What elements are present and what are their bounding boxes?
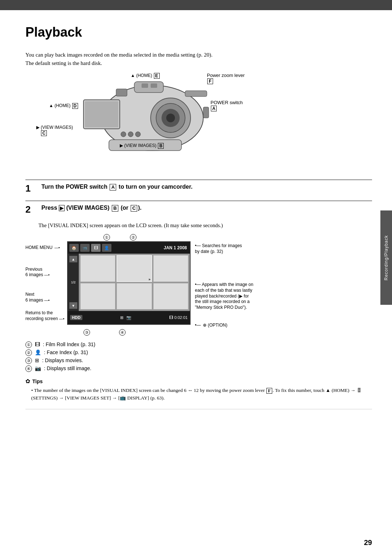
lcd-thumb-2: ▶ [117, 255, 152, 282]
view-images-c-label: ▶ (VIEW IMAGES) C [36, 124, 73, 136]
lcd-bottombar: HDD ⊞ 📷 🎞 0:02:01 [68, 311, 190, 324]
step-2-number: 2 [25, 204, 38, 215]
legend-item-4: ④ 📷 : Displays still image. [25, 365, 372, 372]
step-2-view-images: (VIEW IMAGES) [66, 205, 110, 211]
legend-item-2: ② 👤 : Face Index (p. 31) [25, 349, 372, 356]
home-menu-label: HOME MENU —• [25, 245, 67, 251]
tips-header: ✿ Tips [25, 378, 372, 385]
step-1-text: Turn the POWER switch A to turn on your … [41, 183, 192, 191]
lcd-filmroll-icon: 🎞 [91, 244, 101, 252]
legend-item-1: ① 🎞 : Film Roll Index (p. 31) [25, 341, 372, 348]
svg-point-15 [128, 132, 133, 137]
home-d-label: ▲ (HOME) D [49, 103, 78, 109]
power-switch-label: POWER switchA [211, 100, 243, 111]
view-images-b-label: ▶ (VIEW IMAGES) B [120, 143, 164, 149]
screen-diagram: HOME MENU —• Previous6 images —• Next6 i… [25, 241, 372, 328]
legend-icon-2: 👤 [35, 349, 41, 355]
lcd-screen: 🏠 📹 🎞 👤 JAN 1 2008 ▲ 1/2 ▼ ▶ [67, 241, 191, 325]
svg-point-4 [166, 114, 175, 122]
lcd-movie-icon-bottom: ⊞ [120, 315, 123, 320]
option-label: ⊕ (OPTION) [203, 323, 227, 328]
callout-1: ① [103, 234, 110, 241]
legend-icon-3: ⊞ [35, 357, 39, 363]
appears-with-image-label: •— Appears with the image oneach of the … [195, 282, 271, 310]
step-2-text: Press ▶ (VIEW IMAGES) B (or C). [41, 204, 142, 212]
lcd-date-display: JAN 1 2008 [164, 245, 188, 250]
home-e-label: ▲ (HOME) E [131, 73, 160, 79]
lcd-nav-down[interactable]: ▼ [69, 302, 77, 309]
callout-4: ④ [119, 329, 126, 336]
svg-rect-13 [203, 107, 209, 118]
legend-section: ① 🎞 : Film Roll Index (p. 31) ② 👤 : Face… [25, 341, 372, 372]
lcd-timecode: 🎞 0:02:01 [169, 315, 188, 320]
search-images-label: •— Searches for imagesby date (p. 32) [195, 243, 271, 254]
svg-rect-8 [116, 89, 127, 96]
tips-icon: ✿ [25, 378, 30, 385]
step-2-desc: The [VISUAL INDEX] screen appears on the… [38, 222, 372, 230]
lcd-thumb-3 [153, 255, 188, 282]
page-number: 29 [364, 538, 372, 547]
lcd-thumb-6 [153, 283, 188, 310]
left-labels: HOME MENU —• Previous6 images —• Next6 i… [25, 245, 67, 325]
svg-rect-6 [85, 101, 118, 127]
step-2: 2 Press ▶ (VIEW IMAGES) B (or C). [25, 201, 372, 218]
legend-num-4: ④ [25, 365, 32, 372]
lcd-thumb-4 [80, 283, 115, 310]
legend-item-3: ③ ⊞ : Displays movies. [25, 357, 372, 364]
main-content: Playback You can play back images record… [25, 10, 372, 409]
svg-rect-7 [134, 82, 163, 93]
tips-section: ✿ Tips • The number of the images on the… [25, 378, 372, 402]
option-label-row: •— ⊕ (OPTION) [195, 323, 271, 328]
right-labels: •— Searches for imagesby date (p. 32) •—… [195, 243, 271, 328]
legend-text-4: : Displays still image. [44, 365, 91, 371]
legend-num-3: ③ [25, 357, 32, 364]
step-2-box-c: C [131, 205, 137, 212]
legend-text-3: : Displays movies. [42, 357, 83, 363]
home-menu-text: HOME MENU [25, 245, 53, 250]
callout-row-top: ① ② [103, 234, 372, 241]
tips-title: Tips [32, 378, 43, 384]
step-1-box-a: A [110, 184, 116, 191]
callout-row-bottom: ③ ④ [83, 329, 372, 336]
next-6-label: Next6 images —• [25, 292, 67, 303]
top-bar [0, 0, 392, 10]
bottom-divider [25, 409, 372, 409]
lcd-thumb-5 [117, 283, 152, 310]
lcd-nav-up[interactable]: ▲ [69, 256, 77, 262]
callout-3: ③ [83, 329, 90, 336]
search-images-text: Searches for imagesby date (p. 32) [195, 243, 242, 254]
lcd-home-icon: 🏠 [69, 244, 79, 252]
tips-bullet: • The number of the images on the [VISUA… [31, 388, 362, 400]
returns-recording-label: Returns to therecording screen —• [25, 310, 67, 321]
legend-icon-4: 📷 [35, 365, 41, 371]
previous-6-label: Previous6 images —• [25, 267, 67, 278]
camera-diagram: ▲ (HOME) E Power zoom leverF POWER switc… [25, 71, 372, 172]
lcd-nav: ▲ 1/2 ▼ [68, 254, 79, 311]
legend-text-2: : Face Index (p. 31) [44, 349, 88, 355]
svg-point-16 [135, 132, 140, 137]
callout-2: ② [130, 234, 136, 241]
intro-text-content: You can play back images recorded on the… [25, 52, 212, 66]
lcd-video-icon: 📹 [80, 244, 90, 252]
legend-num-2: ② [25, 349, 32, 356]
lcd-camera-icon-bottom: 📷 [126, 315, 131, 320]
legend-num-1: ① [25, 341, 32, 348]
lcd-thumbs: ▶ [79, 254, 190, 311]
lcd-bottom-icons: ⊞ 📷 [85, 315, 167, 320]
page-title: Playback [25, 25, 372, 40]
legend-text-1: : Film Roll Index (p. 31) [43, 341, 95, 347]
camera-svg [47, 71, 250, 165]
tips-text: • The number of the images on the [VISUA… [31, 387, 372, 402]
lcd-topbar: 🏠 📹 🎞 👤 JAN 1 2008 [68, 242, 190, 254]
lcd-thumb-1 [80, 255, 115, 282]
step-1-text-after: to turn on your camcorder. [119, 184, 193, 190]
lcd-hdd-label: HDD [70, 315, 82, 320]
legend-icon-1: 🎞 [35, 341, 40, 347]
step-1: 1 Turn the POWER switch A to turn on you… [25, 180, 372, 197]
lcd-page-indicator: 1/2 [71, 280, 76, 284]
svg-rect-10 [151, 83, 157, 88]
step-2-box-b: B [112, 205, 118, 212]
appears-with-image-text: Appears with the image oneach of the tab… [195, 282, 253, 310]
intro-text: You can play back images recorded on the… [25, 51, 372, 67]
step-1-text-before: Turn the POWER switch [41, 184, 107, 190]
